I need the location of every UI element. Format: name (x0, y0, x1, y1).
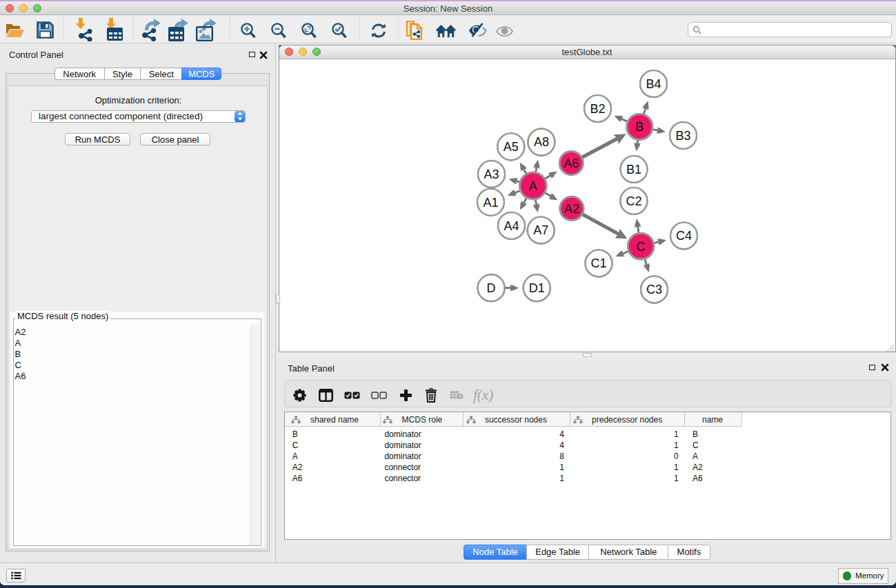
svg-text:A2: A2 (564, 201, 579, 215)
svg-text:B: B (635, 120, 644, 134)
svg-text:A4: A4 (504, 219, 519, 232)
svg-text:B3: B3 (675, 128, 690, 142)
svg-text:B1: B1 (626, 162, 641, 176)
svg-text:A6: A6 (564, 156, 579, 170)
svg-text:C: C (636, 239, 645, 253)
svg-text:D: D (486, 281, 495, 295)
svg-text:B4: B4 (646, 77, 661, 90)
svg-text:C1: C1 (590, 256, 606, 270)
svg-text:B2: B2 (590, 101, 605, 115)
svg-text:A1: A1 (483, 195, 498, 209)
svg-text:A3: A3 (484, 167, 499, 181)
svg-text:C4: C4 (675, 229, 691, 243)
svg-text:D1: D1 (528, 281, 544, 295)
svg-text:C2: C2 (626, 194, 641, 207)
svg-text:A: A (528, 179, 537, 192)
svg-text:A5: A5 (503, 140, 518, 154)
svg-text:A7: A7 (533, 223, 548, 237)
svg-text:C3: C3 (646, 283, 661, 296)
svg-text:A8: A8 (533, 135, 548, 149)
